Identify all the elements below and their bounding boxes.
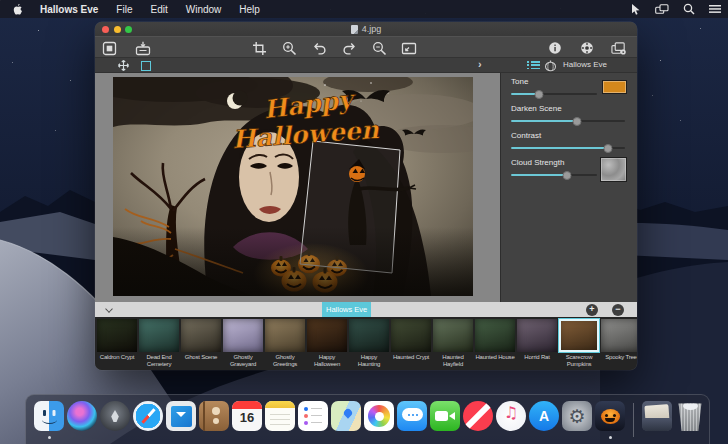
displays-icon[interactable] [655,4,669,15]
dock-item-downloads-folder [642,401,672,443]
close-button[interactable] [102,26,109,33]
dock-messages-icon[interactable] [397,401,427,431]
dock-facetime-icon[interactable] [430,401,460,431]
dock-itunes-icon[interactable] [496,401,526,431]
minimize-button[interactable] [114,26,121,33]
thumb-label: Horrid Rat [524,354,549,361]
thumb-image[interactable] [97,319,137,352]
cloud-strength-slider-track[interactable] [511,174,597,176]
dock-reminders-icon[interactable] [298,401,328,431]
preset-list-icon[interactable] [527,61,540,70]
filmstrip-thumb[interactable]: Haunted Crypt [391,319,431,370]
pointer-icon[interactable] [630,3,641,15]
thumb-image[interactable] [307,319,347,352]
collapse-filmstrip-chevron-icon[interactable] [105,305,113,313]
pumpkin-icon[interactable] [544,59,557,72]
filmstrip-thumb[interactable]: Happy Halloween [307,319,347,370]
panel-collapse-chevron-icon[interactable]: › [478,58,482,72]
zoom-out-icon[interactable] [371,40,387,56]
dock-photos-icon[interactable] [364,401,394,431]
dock-mail-icon[interactable] [166,401,196,431]
dock-launchpad-icon[interactable] [100,401,130,431]
cloud-strength-slider-thumb[interactable] [562,171,571,180]
marquee-tool-icon[interactable] [139,59,152,72]
filmstrip-thumb[interactable]: Horrid Rat [517,319,557,370]
zoom-button[interactable] [125,26,132,33]
dock: 16A [25,394,710,444]
dock-item-launchpad [100,401,130,443]
filmstrip-thumb[interactable]: Dead End Cemetery [139,319,179,370]
redo-icon[interactable] [341,40,357,56]
tool-options-bar: › Hallows Eve [95,58,637,73]
filmstrip-thumb[interactable]: Ghost Scene [181,319,221,370]
dock-maps-icon[interactable] [331,401,361,431]
fit-image-icon[interactable] [401,40,417,56]
dock-news-icon[interactable] [463,401,493,431]
settings-icon[interactable] [579,40,595,56]
dock-notes-icon[interactable] [265,401,295,431]
dock-item-itunes [496,401,526,443]
dock-downloads-folder-icon[interactable] [642,401,672,431]
thumb-image[interactable] [391,319,431,352]
dock-trash-icon[interactable] [675,401,705,431]
tone-color-swatch[interactable] [602,80,627,94]
filmstrip-thumb[interactable]: Scarecrow Pumpkins [559,319,599,370]
dock-system-preferences-icon[interactable] [562,401,592,431]
apple-menu[interactable] [12,3,23,16]
window-titlebar[interactable]: 4.jpg [95,22,637,36]
spotlight-icon[interactable] [683,3,695,15]
dock-siri-icon[interactable] [67,401,97,431]
menu-file[interactable]: File [107,4,141,15]
filmstrip-thumb[interactable]: Ghostly Greetings [265,319,305,370]
tone-slider-thumb[interactable] [535,90,544,99]
crop-icon[interactable] [251,40,267,56]
thumb-image[interactable] [181,319,221,352]
thumb-image[interactable] [223,319,263,352]
menu-help[interactable]: Help [230,4,269,15]
menu-edit[interactable]: Edit [141,4,176,15]
thumb-image[interactable] [139,319,179,352]
frame-icon[interactable] [101,40,117,56]
traffic-lights [102,26,132,33]
filmstrip: Caldron CryptDead End CemeteryGhost Scen… [95,317,637,370]
thumb-image[interactable] [517,319,557,352]
remove-button[interactable]: − [612,304,624,316]
filmstrip-thumb[interactable]: Happy Haunting [349,319,389,370]
thumb-image[interactable] [265,319,305,352]
filmstrip-thumb[interactable]: Spooky Tree [601,319,637,370]
filmstrip-thumb[interactable]: Caldron Crypt [97,319,137,370]
info-icon[interactable] [547,40,563,56]
darken-scene-slider-track[interactable] [511,120,625,122]
zoom-in-icon[interactable] [281,40,297,56]
thumb-image[interactable] [475,319,515,352]
import-icon[interactable] [135,40,151,56]
contrast-slider-thumb[interactable] [603,144,612,153]
panel-title: Hallows Eve [563,60,607,69]
dock-finder-icon[interactable] [34,401,64,431]
tone-slider-track[interactable] [511,93,597,95]
dock-calendar-icon[interactable]: 16 [232,401,262,431]
filmstrip-thumb[interactable]: Haunted Hayfield [433,319,473,370]
move-tool-icon[interactable] [117,59,130,72]
add-button[interactable]: + [586,304,598,316]
preset-category-tab[interactable]: Hallows Eve [322,302,371,317]
menu-window[interactable]: Window [177,4,231,15]
filmstrip-thumb[interactable]: Haunted House [475,319,515,370]
thumb-image[interactable] [559,319,599,352]
dock-hallows-eve-icon[interactable] [595,401,625,431]
dock-contacts-icon[interactable] [199,401,229,431]
canvas-image[interactable]: Happy Halloween [113,77,473,296]
undo-icon[interactable] [311,40,327,56]
contrast-slider-track[interactable] [511,147,625,149]
batch-icon[interactable] [611,40,627,56]
thumb-image[interactable] [433,319,473,352]
filmstrip-thumb[interactable]: Ghostly Graveyard [223,319,263,370]
notification-center-icon[interactable] [709,4,721,14]
dock-app-store-icon[interactable]: A [529,401,559,431]
dock-safari-icon[interactable] [133,401,163,431]
thumb-image[interactable] [349,319,389,352]
thumb-image[interactable] [601,319,637,352]
darken-scene-slider-thumb[interactable] [573,117,582,126]
menu-app-name[interactable]: Hallows Eve [31,4,107,15]
dock-item-notes [265,401,295,443]
